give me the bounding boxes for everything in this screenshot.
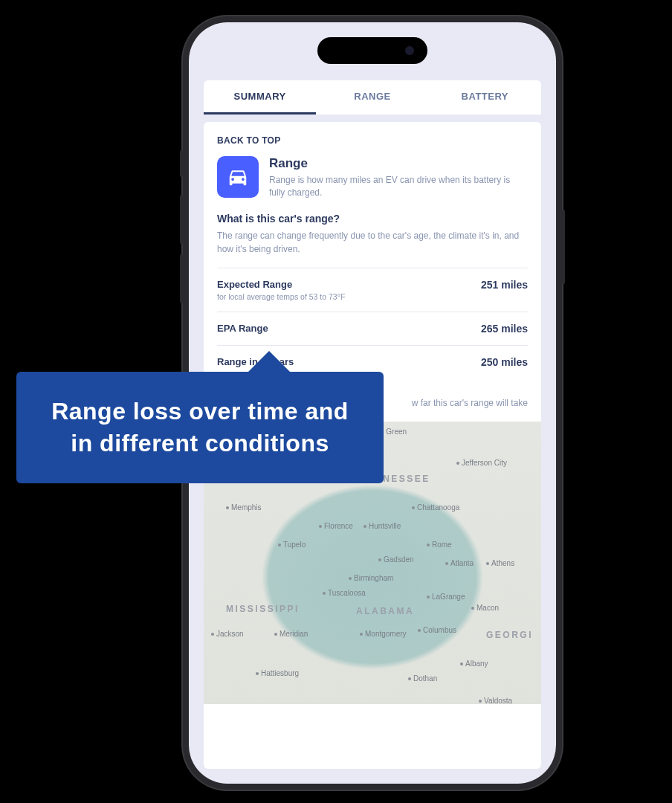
map-city-lagrange: LaGrange <box>427 593 465 601</box>
map-city-tupelo: Tupelo <box>278 541 306 549</box>
map-city-hattiesburg: Hattiesburg <box>256 669 299 677</box>
map-city-valdosta: Valdosta <box>479 697 512 704</box>
range-answer: The range can change frequently due to t… <box>217 229 528 256</box>
stat-value: 250 miles <box>481 356 528 368</box>
map-city-macon: Macon <box>471 604 499 612</box>
map-city-jefferson-city: Jefferson City <box>456 459 507 467</box>
stat-label: Expected Range <box>217 279 345 290</box>
map-city-athens: Athens <box>486 559 514 567</box>
stat-sublabel: for local average temps of 53 to 73°F <box>217 292 345 301</box>
section-title: Range <box>269 156 528 171</box>
stat-label: EPA Range <box>217 323 268 334</box>
power-button <box>562 210 565 284</box>
map-city-montgomery: Montgomery <box>360 630 407 638</box>
map-city-albany: Albany <box>460 660 488 668</box>
map-state-georgia: GEORGI <box>486 630 533 640</box>
volume-up-button <box>180 195 183 244</box>
volume-down-button <box>180 254 183 303</box>
map-city-gadsden: Gadsden <box>378 555 414 564</box>
map-city-tuscaloosa: Tuscaloosa <box>323 589 366 597</box>
tab-range[interactable]: RANGE <box>316 80 428 115</box>
stat-value: 265 miles <box>481 323 528 335</box>
map-city-jackson: Jackson <box>211 630 244 638</box>
map-city-atlanta: Atlanta <box>445 559 474 567</box>
map-state-alabama: ALABAMA <box>356 606 414 616</box>
map-city-huntsville: Huntsville <box>364 522 401 530</box>
section-subtitle: Range is how many miles an EV can drive … <box>269 174 528 199</box>
map-city-dothan: Dothan <box>408 674 437 683</box>
map-city-columbus: Columbus <box>418 626 456 634</box>
map-city-birmingham: Birmingham <box>349 574 393 582</box>
car-icon <box>217 156 259 198</box>
map-city-meridian: Meridian <box>274 630 308 638</box>
tab-bar: SUMMARY RANGE BATTERY <box>204 80 541 115</box>
stat-expected-range: Expected Range for local average temps o… <box>217 268 528 312</box>
tab-summary[interactable]: SUMMARY <box>204 80 316 115</box>
map-city-chattanooga: Chattanooga <box>412 503 459 512</box>
callout-tooltip: Range loss over time and in different co… <box>16 372 384 483</box>
volume-button <box>180 150 183 177</box>
back-to-top-link[interactable]: BACK TO TOP <box>217 135 528 146</box>
stat-value: 251 miles <box>481 279 528 291</box>
map-city-rome: Rome <box>427 541 452 549</box>
map-city-florence: Florence <box>319 522 353 530</box>
map-state-mississippi: MISSISSIPPI <box>226 604 300 614</box>
stat-epa-range: EPA Range 265 miles <box>217 312 528 345</box>
header-text: Range Range is how many miles an EV can … <box>269 156 528 199</box>
map-city-memphis: Memphis <box>226 503 262 512</box>
range-question: What is this car's range? <box>217 213 528 225</box>
dynamic-island <box>317 37 427 64</box>
tab-battery[interactable]: BATTERY <box>429 80 541 115</box>
section-header: Range Range is how many miles an EV can … <box>217 156 528 199</box>
